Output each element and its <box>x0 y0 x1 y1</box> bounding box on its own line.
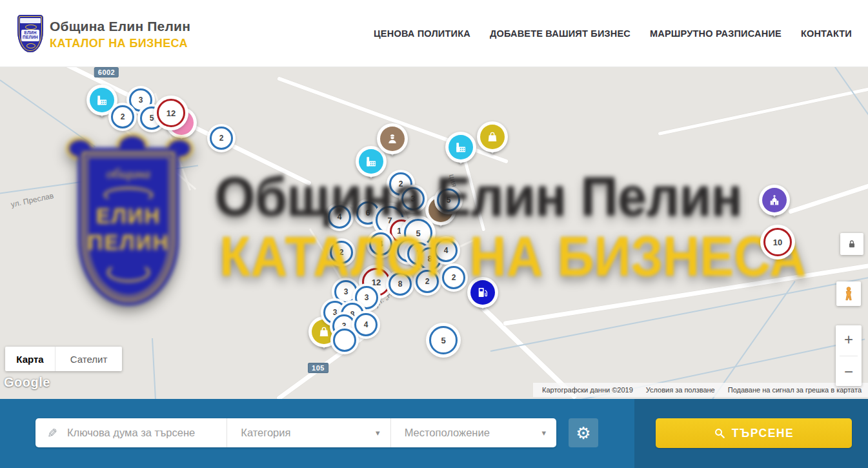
zoom-in-button[interactable]: + <box>836 328 862 351</box>
road-line <box>788 182 868 214</box>
attribution-report-link[interactable]: Подаване на сигнал за грешка в картата <box>728 386 862 394</box>
pin-ring <box>759 185 790 216</box>
emblem-ornament <box>104 187 153 203</box>
creek-line <box>825 66 868 160</box>
chevron-down-icon: ▾ <box>541 428 546 438</box>
worker-icon <box>380 127 405 151</box>
road-number-chip: 6002 <box>94 67 119 77</box>
chevron-down-icon: ▾ <box>376 428 380 438</box>
page: ЕЛИН ПЕЛИН Община Елин Пелин КАТАЛОГ НА … <box>0 0 868 468</box>
pin-ring <box>477 121 508 152</box>
shopping-bag-pin[interactable] <box>477 121 508 152</box>
lock-button[interactable] <box>840 233 863 255</box>
site-title: Община Елин Пелин <box>50 19 190 34</box>
keyword-field[interactable]: ✎ <box>35 418 227 447</box>
church-pin[interactable] <box>759 185 790 216</box>
emblem-top-text: община <box>106 166 150 182</box>
logo-plaque: ЕЛИН ПЕЛИН <box>21 30 39 41</box>
church-icon <box>762 188 787 212</box>
pencil-icon: ✎ <box>47 426 57 441</box>
road-line <box>658 86 868 136</box>
factory-icon <box>449 135 473 159</box>
main-nav: ЦЕНОВА ПОЛИТИКА ДОБАВЕТЕ ВАШИЯТ БИЗНЕС М… <box>374 0 852 66</box>
pegman-button[interactable] <box>836 281 861 306</box>
map-attribution: Картографски данни ©2019 Условия за полз… <box>533 383 868 397</box>
category-select[interactable]: Категория ▾ <box>227 418 390 447</box>
factory-pin[interactable] <box>445 132 476 163</box>
logo-band <box>20 18 41 23</box>
nav-contacts[interactable]: КОНТАКТИ <box>801 28 852 39</box>
location-select[interactable]: Местоположение ▾ <box>391 418 556 447</box>
header: ЕЛИН ПЕЛИН Община Елин Пелин КАТАЛОГ НА … <box>0 0 868 67</box>
zoom-divider <box>840 356 858 356</box>
emblem-name-line2: ПЕЛИН <box>88 229 169 256</box>
map-type-control: Карта Сателит <box>5 347 122 371</box>
search-icon <box>714 427 725 439</box>
cluster-marker[interactable]: 2 <box>210 127 233 150</box>
cluster-marker[interactable]: 10 <box>763 228 792 256</box>
pegman-icon <box>841 286 856 301</box>
zoom-control: + − <box>836 325 862 386</box>
category-select-value: Категория <box>241 427 290 439</box>
logo-ornament <box>25 25 37 30</box>
emblem-shield: община ЕЛИН ПЕЛИН <box>78 148 179 305</box>
street-label: ул. Преслав <box>10 191 55 209</box>
search-form: ✎ Категория ▾ Местоположение ▾ <box>35 418 556 447</box>
road-number-chip: 105 <box>308 363 328 373</box>
worker-pin[interactable] <box>377 123 408 154</box>
cluster-marker[interactable]: 2 <box>111 105 134 128</box>
zoom-out-button[interactable]: − <box>836 360 862 383</box>
cluster-marker[interactable]: 12 <box>157 99 185 127</box>
pin-ring <box>445 132 476 163</box>
pin-ring <box>377 123 408 154</box>
keyword-input[interactable] <box>66 426 217 440</box>
gear-icon: ⚙ <box>576 425 590 442</box>
cluster-marker[interactable]: 5 <box>429 326 458 354</box>
nav-route-schedule[interactable]: МАРШРУТНО РАЗПИСАНИЕ <box>650 28 782 39</box>
search-button-label: ТЪРСЕНЕ <box>732 427 794 440</box>
creek-line <box>709 281 796 399</box>
attribution-copyright: Картографски данни ©2019 <box>542 386 633 394</box>
attribution-terms-link[interactable]: Условия за ползване <box>646 386 715 394</box>
map-type-satellite-button[interactable]: Сателит <box>56 347 122 371</box>
search-button[interactable]: ТЪРСЕНЕ <box>656 418 852 448</box>
map-type-map-button[interactable]: Карта <box>5 347 56 371</box>
emblem-name-line1: ЕЛИН <box>96 203 161 229</box>
logo-ornament-bottom <box>26 43 35 48</box>
watermark-emblem: община ЕЛИН ПЕЛИН <box>55 136 202 318</box>
google-logo[interactable]: Google <box>4 375 50 390</box>
municipality-logo[interactable]: ЕЛИН ПЕЛИН <box>16 12 45 55</box>
watermark-subtitle: КАТАЛОГ НА БИЗНЕСА <box>219 223 807 289</box>
cluster-marker[interactable]: 4 <box>354 313 378 336</box>
lock-icon <box>847 239 857 249</box>
logo-name-line2: ПЕЛИН <box>23 36 38 40</box>
watermark-title: Община Елин Пелин <box>215 165 742 229</box>
search-bar: ✎ Категория ▾ Местоположение ▾ ⚙ ТЪРСЕНЕ <box>0 399 868 468</box>
factory-icon <box>90 88 114 112</box>
site-subtitle: КАТАЛОГ НА БИЗНЕСА <box>50 37 190 50</box>
map-canvas[interactable]: община ЕЛИН ПЕЛИН Община Елин Пелин КАТА… <box>0 66 868 399</box>
brand-text: Община Елин Пелин КАТАЛОГ НА БИЗНЕСА <box>50 19 190 50</box>
location-select-value: Местоположение <box>405 427 490 439</box>
advanced-search-button[interactable]: ⚙ <box>569 418 598 447</box>
nav-pricing-policy[interactable]: ЦЕНОВА ПОЛИТИКА <box>374 28 470 39</box>
cluster-marker[interactable] <box>333 329 356 352</box>
emblem-ornament-bottom <box>107 263 150 282</box>
nav-add-your-business[interactable]: ДОБАВЕТЕ ВАШИЯТ БИЗНЕС <box>490 28 631 39</box>
creek-line <box>152 338 156 399</box>
shopping-bag-icon <box>480 125 505 149</box>
